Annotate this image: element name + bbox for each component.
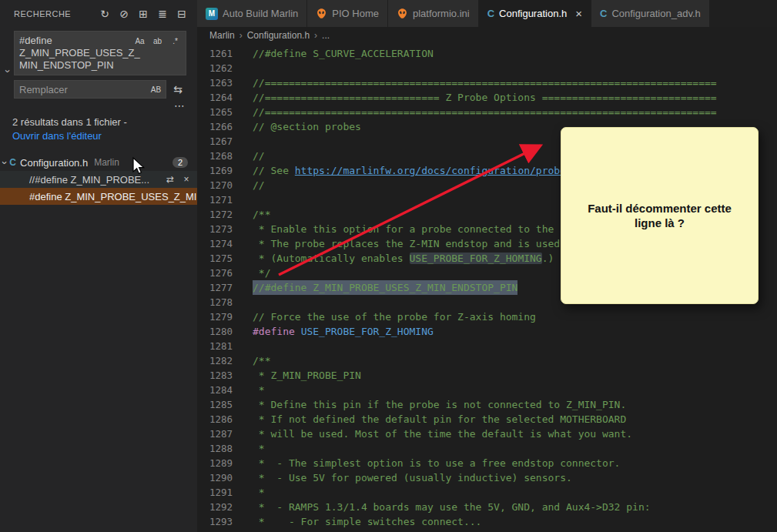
tab-bar: MAuto Build MarlinPIO Homeplatformio.ini… <box>197 0 777 27</box>
editor-line: 1290 * - Use 5V for powered (usually ind… <box>197 470 777 485</box>
chevron-down-icon: › <box>3 69 13 72</box>
code-text: * Z_MIN_PROBE_PIN <box>253 368 361 383</box>
replace-placeholder: Remplacer <box>19 84 68 95</box>
editor-line: 1283 * Z_MIN_PROBE_PIN <box>197 368 777 383</box>
match-case-icon[interactable]: Aa <box>132 34 148 49</box>
line-number: 1269 <box>197 163 233 178</box>
whole-word-icon[interactable]: ab <box>149 34 166 49</box>
line-number: 1289 <box>197 456 233 470</box>
replace-icon[interactable]: ⇄ <box>163 172 177 186</box>
code-text: */ <box>253 266 270 280</box>
tab-pio-home[interactable]: PIO Home <box>307 0 388 27</box>
match-actions: ⇄× <box>163 172 197 186</box>
code-text: * If not defined the default pin for the… <box>253 412 626 427</box>
result-file-path: Marlin <box>94 157 119 168</box>
line-number: 1265 <box>197 105 233 119</box>
dismiss-icon[interactable]: × <box>179 172 193 186</box>
refresh-icon[interactable]: ↻ <box>97 6 112 22</box>
chevron-right-icon: › <box>314 30 317 41</box>
line-number: 1292 <box>197 500 233 514</box>
editor-line: 1293 * - For simple switches connect... <box>197 514 777 529</box>
line-number: 1282 <box>197 353 233 368</box>
line-number: 1263 <box>197 75 233 90</box>
search-area: › #define Z_MIN_PROBE_USES_Z_MIN_ENDSTOP… <box>0 27 197 99</box>
result-count-badge: 2 <box>172 157 188 168</box>
replace-input[interactable]: Remplacer AB <box>14 80 166 99</box>
match-text: #define Z_MIN_PROBE_USES_Z_MI... <box>29 191 197 202</box>
search-options: Aaab.* <box>132 34 183 49</box>
code-text: * - Use 5V for powered (usually inductiv… <box>253 470 572 485</box>
results-summary-text: 2 résultats dans 1 fichier - <box>12 116 127 128</box>
sidebar-title: RECHERCHE <box>14 9 71 18</box>
editor-line: 1286 * If not defined the default pin fo… <box>197 412 777 427</box>
line-number: 1290 <box>197 470 233 485</box>
tab-configuration-adv-h[interactable]: CConfiguration_adv.h <box>591 0 710 27</box>
code-text: //============================= Z Probe … <box>253 90 717 105</box>
code-text: /** <box>253 353 270 368</box>
line-number: 1286 <box>197 412 233 427</box>
sticky-note-text: Faut-il décommenter cette ligne là ? <box>583 201 736 230</box>
code-text: // <box>253 178 265 192</box>
code-text: * Define this pin if the probe is not co… <box>253 397 626 412</box>
editor-line: 1289 * - The simplest option is to use a… <box>197 456 777 470</box>
view-as-list-icon[interactable]: ≣ <box>155 6 170 22</box>
line-number: 1261 <box>197 46 233 61</box>
editor-line: 1291 * <box>197 485 777 500</box>
code-text: * <box>253 485 265 500</box>
line-number: 1272 <box>197 207 233 222</box>
tab-label: Configuration_adv.h <box>611 8 700 19</box>
open-new-search-editor-icon[interactable]: ⊞ <box>136 6 151 22</box>
toggle-replace-button[interactable]: › <box>2 31 14 79</box>
breadcrumb-item-marlin[interactable]: Marlin <box>209 30 235 41</box>
line-number: 1293 <box>197 514 233 529</box>
toggle-search-details[interactable]: ⋯ <box>0 99 197 112</box>
results-summary: 2 résultats dans 1 fichier - Ouvrir dans… <box>0 112 166 148</box>
editor-line: 1263//==================================… <box>197 75 777 90</box>
editor-line: 1285 * Define this pin if the probe is n… <box>197 397 777 412</box>
regex-icon[interactable]: .* <box>167 34 183 49</box>
clear-search-results-icon[interactable]: ⊘ <box>116 6 132 22</box>
line-number: 1262 <box>197 61 233 75</box>
breadcrumb: Marlin›Configuration.h›... <box>197 27 777 44</box>
collapse-all-icon[interactable]: ⊟ <box>174 6 189 22</box>
result-file-row[interactable]: › C Configuration.h Marlin 2 <box>0 154 197 171</box>
open-in-editor-link[interactable]: Ouvrir dans l'éditeur <box>12 130 102 142</box>
line-number: 1275 <box>197 251 233 266</box>
line-number: 1279 <box>197 309 233 324</box>
code-text: // See https://marlinfw.org/docs/configu… <box>253 163 602 178</box>
code-text: //======================================… <box>253 75 717 90</box>
editor-line: 1282/** <box>197 353 777 368</box>
tab-label: PIO Home <box>332 8 379 19</box>
editor-line: 1284 * <box>197 383 777 397</box>
chevron-right-icon: › <box>239 30 243 41</box>
line-number: 1281 <box>197 339 233 353</box>
tab-configuration-h[interactable]: CConfiguration.h× <box>479 0 591 27</box>
sidebar-header: RECHERCHE ↻⊘⊞≣⊟ <box>0 0 197 27</box>
line-number: 1266 <box>197 119 233 134</box>
line-number: 1267 <box>197 134 233 149</box>
tab-auto-build-marlin[interactable]: MAuto Build Marlin <box>197 0 307 27</box>
result-file-name: Configuration.h <box>20 157 88 169</box>
search-match-row[interactable]: //#define Z_MIN_PROBE...⇄× <box>0 171 197 188</box>
search-match-row[interactable]: #define Z_MIN_PROBE_USES_Z_MI... <box>0 188 197 205</box>
line-number: 1280 <box>197 324 233 339</box>
line-number: 1276 <box>197 266 233 280</box>
c-file-icon: C <box>600 8 607 19</box>
editor-line: 1287 * will be used. Most of the time th… <box>197 427 777 441</box>
line-number: 1291 <box>197 485 233 500</box>
breadcrumb-item-configuration-h[interactable]: Configuration.h <box>247 30 310 41</box>
tab-platformio-ini[interactable]: platformio.ini <box>388 0 479 27</box>
close-icon[interactable]: × <box>575 8 582 19</box>
code-text: //======================================… <box>253 105 717 119</box>
breadcrumb-item-[interactable]: ... <box>322 30 330 41</box>
editor-line: 1265//==================================… <box>197 105 777 119</box>
line-number: 1268 <box>197 149 233 163</box>
replace-all-icon[interactable]: ⇆ <box>169 81 186 98</box>
code-text: // <box>253 149 265 163</box>
search-input[interactable]: #define Z_MIN_PROBE_USES_Z_MIN_ENDSTOP_P… <box>14 31 186 75</box>
editor-line: 1292 * - RAMPS 1.3/1.4 boards may use th… <box>197 500 777 514</box>
preserve-case-icon[interactable]: AB <box>149 83 162 96</box>
line-number: 1288 <box>197 441 233 456</box>
code-text: * - RAMPS 1.3/1.4 boards may use the 5V,… <box>253 500 651 514</box>
editor-line: 1280#define USE_PROBE_FOR_Z_HOMING <box>197 324 777 339</box>
